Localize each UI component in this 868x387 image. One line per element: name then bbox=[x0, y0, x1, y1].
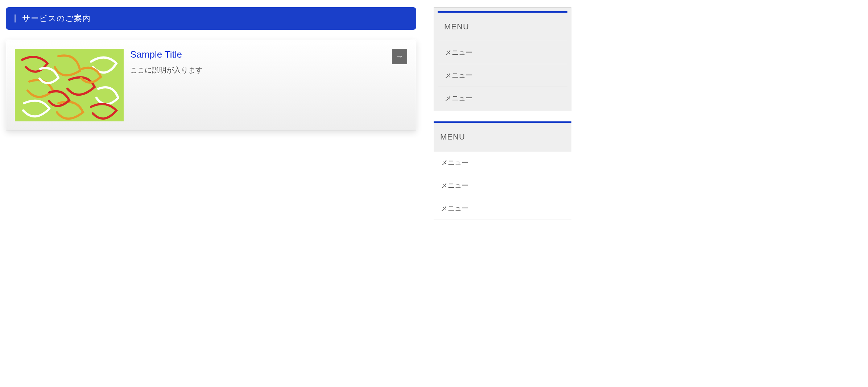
section-header: サービスのご案内 bbox=[6, 7, 416, 30]
arrow-right-icon[interactable]: → bbox=[392, 49, 407, 64]
arrow-glyph: → bbox=[396, 52, 404, 61]
widget-list: メニュー メニュー メニュー bbox=[438, 41, 567, 109]
widget-title: MENU bbox=[434, 121, 571, 151]
service-card[interactable]: Sample Title ここに説明が入ります → bbox=[6, 40, 416, 130]
menu-item[interactable]: メニュー bbox=[438, 64, 567, 87]
card-title[interactable]: Sample Title bbox=[130, 49, 407, 60]
menu-item[interactable]: メニュー bbox=[438, 41, 567, 64]
sidebar-widget-1: MENU メニュー メニュー メニュー bbox=[434, 121, 571, 220]
svg-rect-0 bbox=[15, 49, 124, 121]
sidebar: MENU メニュー メニュー メニュー MENU メニュー メニュー メニュー bbox=[434, 7, 571, 230]
section-title: サービスのご案内 bbox=[22, 13, 91, 24]
menu-item[interactable]: メニュー bbox=[434, 197, 571, 220]
widget-title: MENU bbox=[438, 11, 567, 41]
header-marker-icon bbox=[15, 14, 16, 22]
widget-list: メニュー メニュー メニュー bbox=[434, 151, 571, 220]
menu-item[interactable]: メニュー bbox=[438, 87, 567, 109]
card-body: Sample Title ここに説明が入ります bbox=[130, 49, 407, 121]
menu-item[interactable]: メニュー bbox=[434, 151, 571, 174]
menu-item[interactable]: メニュー bbox=[434, 174, 571, 197]
card-thumbnail bbox=[15, 49, 124, 121]
card-description: ここに説明が入ります bbox=[130, 65, 407, 75]
sidebar-widget-0: MENU メニュー メニュー メニュー bbox=[434, 7, 571, 111]
